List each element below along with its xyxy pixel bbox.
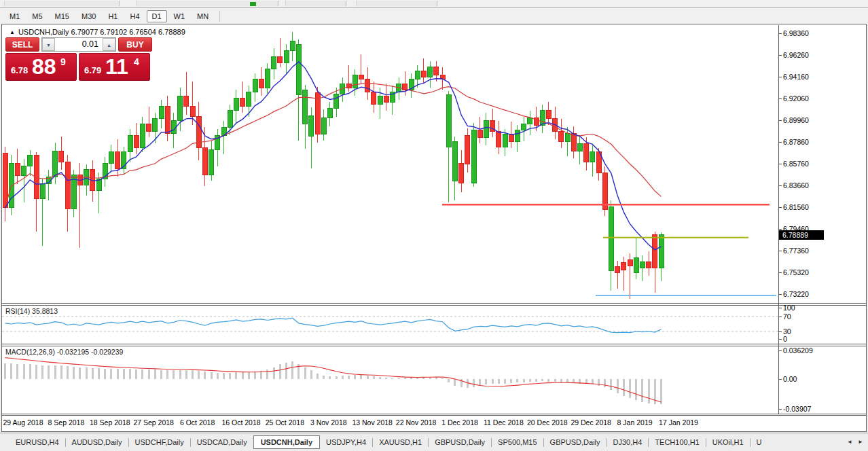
panel-splitter[interactable] xyxy=(2,303,866,304)
symbol-period-label: USDCNH,Daily xyxy=(18,28,69,36)
tab-scroll-left-icon[interactable]: ◄ xyxy=(845,437,854,448)
price-axis-label: 6.98360 xyxy=(783,29,809,37)
volume-increase-button[interactable]: ▲ xyxy=(103,38,115,51)
chart-tab-usdcad-daily[interactable]: USDCAD,Daily xyxy=(191,435,253,449)
date-axis-label: 1 Dec 2018 xyxy=(441,418,478,427)
toolbar-button-edge xyxy=(4,1,120,6)
panel-splitter xyxy=(2,415,866,416)
timeframe-button-m1[interactable]: M1 xyxy=(4,10,25,22)
chart-tab-gbpusd-daily[interactable]: GBPUSD,Daily xyxy=(544,435,607,449)
date-axis-label: 25 Oct 2018 xyxy=(266,418,304,427)
chart-tab-xauusd-h1[interactable]: XAUUSD,H1 xyxy=(373,435,428,449)
chart-tab-gbpusd-daily[interactable]: GBPUSD,Daily xyxy=(429,435,491,449)
axis-tick xyxy=(779,339,782,340)
date-axis-label: 3 Nov 2018 xyxy=(310,418,347,427)
panel-splitter[interactable] xyxy=(2,346,866,346)
one-click-trading-panel: SELL ▼ 0.01 ▲ BUY 6.78 88 9 6.79 11 4 xyxy=(5,37,152,81)
axis-tick xyxy=(779,409,782,410)
buy-button[interactable]: BUY xyxy=(118,37,152,52)
axis-tick xyxy=(779,229,782,230)
axis-tick xyxy=(779,350,782,351)
axis-tick xyxy=(779,294,782,295)
date-axis-label: 18 Sep 2018 xyxy=(90,418,130,427)
chart-tab-tech100-h1[interactable]: TECH100,H1 xyxy=(649,435,705,449)
price-scale-border[interactable] xyxy=(778,25,779,414)
price-axis-label: 6.75320 xyxy=(783,268,809,276)
chart-tab-eurusd-h4[interactable]: EURUSD,H4 xyxy=(10,435,65,449)
timeframe-button-h4[interactable]: H4 xyxy=(124,10,145,22)
connection-status-icon xyxy=(250,2,256,6)
date-axis-label: 11 Dec 2018 xyxy=(484,418,524,427)
axis-tick xyxy=(779,331,782,332)
sell-price-sup: 9 xyxy=(60,56,66,67)
tab-scroll-right-icon[interactable]: ► xyxy=(856,437,865,448)
panel-splitter[interactable] xyxy=(2,344,866,344)
ohlc-values-label: 6.79077 6.79102 6.76504 6.78889 xyxy=(71,28,185,36)
price-axis-label: 6.77360 xyxy=(783,247,809,255)
timeframe-button-d1[interactable]: D1 xyxy=(147,10,167,22)
macd-indicator-label: MACD(12,26,9) -0.032195 -0.029239 xyxy=(5,348,123,356)
macd-signal-line xyxy=(5,358,662,402)
sell-button[interactable]: SELL xyxy=(5,37,39,52)
date-axis-label: 29 Dec 2018 xyxy=(571,418,611,427)
clipped-main-toolbar xyxy=(0,0,868,8)
toolbar-button-edge xyxy=(136,1,278,6)
collapse-panel-icon[interactable]: ▲ xyxy=(10,29,15,35)
axis-tick xyxy=(779,77,782,77)
toolbar-button-edge xyxy=(285,1,346,6)
price-axis-label: 6.89960 xyxy=(783,116,809,124)
ma-fast-line xyxy=(5,62,662,250)
chart-tab-sp500-m15[interactable]: SP500,M15 xyxy=(492,435,543,449)
axis-tick xyxy=(779,120,782,121)
axis-tick xyxy=(779,308,782,308)
chart-tab-usdjpy-h4[interactable]: USDJPY,H4 xyxy=(320,435,372,449)
chart-tab-clipped[interactable]: U xyxy=(751,435,768,449)
price-axis-label: 6.81560 xyxy=(783,203,809,211)
price-axis-label: 6.94160 xyxy=(783,73,809,81)
trading-terminal-window: M1M5M15M30H1H4D1W1MN 6.983606.962606.941… xyxy=(0,0,868,451)
volume-stepper: ▼ 0.01 ▲ xyxy=(41,37,116,52)
chart-tab-dj30-h4[interactable]: DJ30,H4 xyxy=(607,435,649,449)
date-axis-label: 6 Oct 2018 xyxy=(180,418,215,427)
buy-price-big: 11 xyxy=(105,54,128,79)
toolbar-separator xyxy=(219,11,220,22)
date-axis-label: 16 Oct 2018 xyxy=(221,418,260,427)
panel-splitter xyxy=(2,414,866,414)
volume-decrease-button[interactable]: ▼ xyxy=(42,38,55,51)
timeframe-button-m15[interactable]: M15 xyxy=(50,10,75,22)
price-axis-label: 6.92060 xyxy=(783,94,809,103)
sell-price-box[interactable]: 6.78 88 9 xyxy=(5,53,77,81)
rsi-axis-label: 100 xyxy=(783,304,795,312)
chart-tab-usdcnh-daily[interactable]: USDCNH,Daily xyxy=(253,435,320,449)
timeframe-button-m30[interactable]: M30 xyxy=(76,10,101,22)
axis-tick xyxy=(779,142,782,143)
chart-tab-usdchf-daily[interactable]: USDCHF,Daily xyxy=(129,435,190,449)
chart-tab-audusd-daily[interactable]: AUDUSD,Daily xyxy=(66,435,128,449)
rsi-indicator-label: RSI(14) 35.8813 xyxy=(5,307,58,315)
date-axis-label: 13 Nov 2018 xyxy=(352,418,393,427)
timeframe-button-w1[interactable]: W1 xyxy=(168,10,191,22)
tab-scroll-buttons: ◄► xyxy=(845,437,865,448)
date-axis-label: 29 Aug 2018 xyxy=(3,418,43,427)
chart-tab-ukoil-h1[interactable]: UKOil,H1 xyxy=(706,435,750,449)
price-axis-label: 6.87860 xyxy=(783,138,809,146)
timeframe-button-mn[interactable]: MN xyxy=(192,10,214,22)
timeframe-button-m5[interactable]: M5 xyxy=(26,10,48,22)
axis-tick xyxy=(779,98,782,99)
price-axis-label: 6.83660 xyxy=(783,181,809,190)
toolbar-button-edge xyxy=(356,1,437,6)
axis-tick xyxy=(779,164,782,164)
date-axis-label: 22 Nov 2018 xyxy=(396,418,437,427)
macd-axis-label: 0.036209 xyxy=(783,346,813,355)
axis-tick xyxy=(779,251,782,251)
date-axis-label: 27 Sep 2018 xyxy=(133,418,174,427)
axis-tick xyxy=(779,207,782,208)
timeframe-button-h1[interactable]: H1 xyxy=(103,10,123,22)
axis-tick xyxy=(779,55,782,56)
macd-axis-label: 0.00 xyxy=(783,375,797,383)
axis-tick xyxy=(779,185,782,186)
buy-price-box[interactable]: 6.79 11 4 xyxy=(79,53,150,81)
panel-splitter[interactable] xyxy=(2,305,866,306)
timeframe-toolbar: M1M5M15M30H1H4D1W1MN xyxy=(0,9,868,24)
volume-input[interactable]: 0.01 xyxy=(55,38,103,51)
